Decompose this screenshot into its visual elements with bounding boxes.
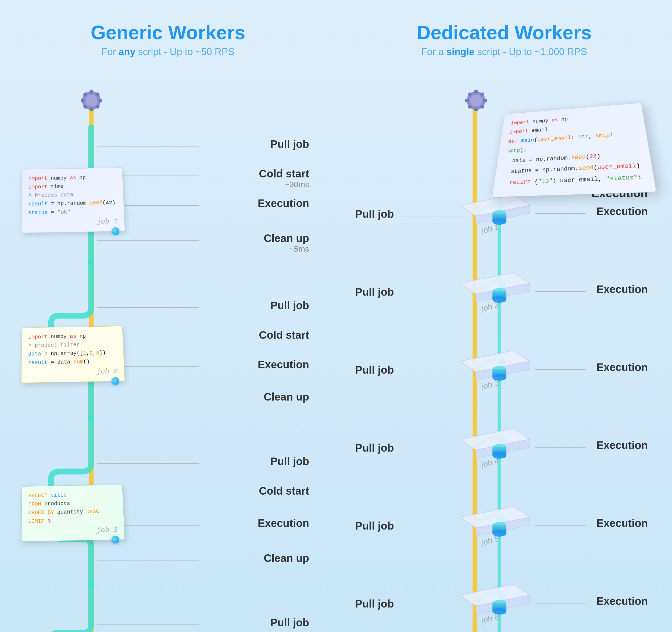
label-cold-start-1: Cold start ~30ms bbox=[259, 168, 309, 189]
right-title: Dedicated Workers bbox=[353, 22, 656, 44]
dedicated-code-card: import numpy as np import email def main… bbox=[492, 103, 657, 197]
svg-rect-6 bbox=[98, 99, 102, 102]
right-subtitle: For a single script - Up to ~1,000 RPS bbox=[353, 46, 656, 57]
code-card-job2: import numpy as np # product filter data… bbox=[21, 326, 125, 383]
gear-icon-right bbox=[460, 84, 492, 118]
gear-icon-left bbox=[75, 84, 107, 118]
svg-point-55 bbox=[493, 218, 506, 225]
label-execution-3: Execution bbox=[258, 517, 309, 529]
left-subtitle-bold: any bbox=[119, 46, 135, 57]
svg-point-64 bbox=[493, 452, 506, 459]
svg-point-28 bbox=[470, 95, 482, 106]
code-card-job3: SELECT title FROM products ORDER BY quan… bbox=[21, 485, 125, 542]
svg-point-67 bbox=[493, 530, 506, 537]
label-cold-start-2: Cold start bbox=[259, 329, 309, 341]
svg-rect-5 bbox=[81, 99, 85, 102]
label-cold-start-3: Cold start bbox=[259, 485, 309, 497]
right-panel: Dedicated Workers For a single script - … bbox=[336, 0, 672, 632]
svg-point-70 bbox=[493, 608, 506, 614]
label-cleanup-3: Clean up bbox=[264, 552, 309, 564]
dedicated-flow: import numpy as np import email def main… bbox=[353, 74, 656, 632]
label-cleanup-2: Clean up bbox=[264, 391, 309, 403]
code-card-job1: import numpy as np import time # Process… bbox=[21, 168, 125, 233]
label-cleanup-1: Clean up ~5ms bbox=[264, 232, 309, 253]
label-pull-job-3: Pull job bbox=[270, 455, 309, 467]
svg-point-2 bbox=[86, 95, 97, 106]
left-subtitle: For any script - Up to ~50 RPS bbox=[16, 46, 320, 57]
label-pull-job-2: Pull job bbox=[270, 299, 309, 312]
main-container: Generic Workers For any script - Up to ~… bbox=[0, 0, 672, 632]
svg-point-61 bbox=[493, 374, 506, 381]
svg-rect-38 bbox=[498, 195, 501, 632]
left-panel: Generic Workers For any script - Up to ~… bbox=[0, 0, 336, 632]
label-execution-1: Execution bbox=[258, 197, 309, 210]
svg-rect-4 bbox=[90, 107, 93, 111]
label-pull-job-4: Pull job bbox=[270, 617, 309, 629]
svg-rect-29 bbox=[475, 90, 478, 94]
label-pull-job-1: Pull job bbox=[270, 138, 309, 150]
right-subtitle-bold: single bbox=[447, 46, 475, 57]
svg-rect-32 bbox=[483, 99, 487, 102]
left-title: Generic Workers bbox=[16, 22, 320, 44]
svg-rect-31 bbox=[465, 99, 469, 102]
label-execution-2: Execution bbox=[258, 359, 309, 371]
svg-point-58 bbox=[493, 296, 506, 303]
svg-rect-30 bbox=[475, 107, 478, 111]
generic-flow: import numpy as np import time # Process… bbox=[16, 74, 320, 632]
svg-rect-3 bbox=[90, 90, 93, 94]
